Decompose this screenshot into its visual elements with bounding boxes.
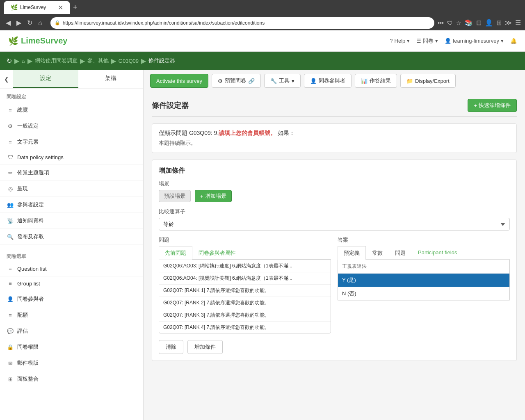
answer-tab-predefined[interactable]: 預定義 (338, 246, 366, 260)
display-export-button[interactable]: 📁 Display/Export (400, 74, 456, 88)
question-list-item[interactable]: G02Q07: [RANK 2] 7.請依序選擇您喜歡的功能。 (159, 297, 331, 309)
sidebar-section-title-menu: 問卷選單 (0, 248, 143, 262)
question-tabs-bar: 先前問題 問卷參與者屬性 (159, 246, 331, 260)
breadcrumb-item-3[interactable]: G03Q09 (119, 58, 139, 64)
page-title: 條件設定器 (152, 100, 189, 110)
sidebar-item-permissions[interactable]: 🔒 問卷權限 (0, 339, 143, 355)
profile-icon[interactable]: 👤 (485, 19, 493, 27)
breadcrumb-sep-1: ▶ (27, 57, 32, 65)
help-button[interactable]: ? Help ▾ (390, 38, 410, 44)
bookmarks-icon[interactable]: 📚 (465, 19, 473, 27)
toolbar-icons: 📚 ⊡ 👤 ⊞ ≫ ☰ (465, 19, 521, 27)
breadcrumb-sep-0: ▶ (14, 57, 19, 65)
lock-icon: 🔒 (7, 344, 14, 350)
help-chevron-icon: ▾ (407, 38, 410, 44)
person-icon: 👤 (7, 296, 14, 302)
menu-icon[interactable]: ☰ (515, 19, 521, 27)
breadcrumb-home-icon[interactable]: ⌂ (22, 58, 25, 64)
help-icon: ? (390, 38, 393, 44)
browser-controls: ◀ ▶ ↻ ⌂ (4, 18, 44, 27)
more-tools-icon[interactable]: ≫ (505, 19, 512, 27)
comment-icon: 💬 (7, 328, 14, 334)
sync-icon[interactable]: ⊡ (476, 19, 482, 27)
mail-icon: ✉ (7, 360, 14, 366)
scenario-group: 場景 預設場景 + 增加場景 (159, 180, 510, 202)
notification-button[interactable]: 🔔 (510, 38, 517, 44)
sidebar-collapse-button[interactable]: ❮ (0, 72, 13, 87)
close-tab-button[interactable]: ✕ (58, 4, 63, 11)
sidebar-item-quota[interactable]: ≡ 配額 (0, 307, 143, 323)
sidebar-item-presentation[interactable]: ◎ 呈現 (0, 181, 143, 197)
more-options-icon[interactable]: ••• (438, 20, 444, 26)
new-tab-button[interactable]: + (73, 3, 78, 12)
refresh-icon[interactable]: ↻ (7, 57, 12, 65)
question-list-item[interactable]: G02Q07: [RANK 4] 7.請依序選擇您喜歡的功能。 (159, 322, 331, 333)
eye-icon: ◎ (7, 186, 14, 192)
address-bar-row: ◀ ▶ ↻ ⌂ 🔒 https://limesurvey.imacat.idv.… (0, 15, 525, 30)
answer-tab-participant-fields[interactable]: Participant fields (412, 246, 463, 260)
sidebar-item-overview[interactable]: ≡ 總覽 (0, 102, 143, 118)
sidebar-item-text-elements[interactable]: ≡ 文字元素 (0, 134, 143, 150)
sidebar-item-email-templates[interactable]: ✉ 郵件模版 (0, 355, 143, 371)
question-list-item[interactable]: G02Q07: [RANK 3] 7.請依序選擇您喜歡的功能。 (159, 309, 331, 322)
sidebar-item-notifications[interactable]: 📡 通知與資料 (0, 213, 143, 229)
sidebar-item-panel-integration[interactable]: ⊞ 面板整合 (0, 371, 143, 387)
preview-survey-button[interactable]: ⚙ 預覽問卷 🔗 (212, 74, 261, 88)
answer-tab-constant[interactable]: 常數 (366, 246, 389, 260)
sidebar-item-data-policy[interactable]: 🛡 Data policy settings (0, 150, 143, 165)
breadcrumb-item-1[interactable]: 網站使用問卷調查 (35, 57, 78, 64)
sidebar-tab-structure[interactable]: 架構 (78, 70, 144, 88)
action-toolbar: Activate this survey ⚙ 預覽問卷 🔗 🔧 工具 ▾ 👤 問… (144, 70, 525, 92)
sidebar-tabs: 設定 架構 (13, 70, 143, 88)
question-tab-previous[interactable]: 先前問題 (159, 246, 192, 260)
add-condition-box: 增加條件 場景 預設場景 + 增加場景 比較運算子 (152, 160, 517, 361)
clear-button[interactable]: 清除 (159, 340, 183, 354)
add-condition-button[interactable]: 增加條件 (187, 340, 223, 354)
question-list-item[interactable]: G02Q06:AO04: [視覺設計美觀] 6.網站滿意度（1表最不滿... (159, 272, 331, 285)
answer-list-item-yes[interactable]: Y (是) (338, 274, 509, 287)
bookmark-icon[interactable]: ☆ (456, 20, 461, 26)
sidebar-item-participants-settings[interactable]: 👥 參與者設定 (0, 197, 143, 213)
question-list-item[interactable]: G02Q06:AO03: [網站執行速度] 6.網站滿意度（1表最不滿... (159, 260, 331, 272)
operator-select[interactable]: 等於 (159, 218, 510, 231)
forward-button[interactable]: ▶ (15, 18, 23, 27)
gear-icon: ⚙ (7, 123, 14, 129)
plus2-icon: + (200, 193, 203, 199)
extensions-icon[interactable]: ⊞ (496, 19, 502, 27)
answer-list-item-no[interactable]: N (否) (338, 287, 509, 301)
sidebar-tab-settings[interactable]: 設定 (13, 70, 78, 88)
browser-tab[interactable]: 🌿 LimeSurvey ✕ (4, 1, 70, 14)
sidebar-item-assessment[interactable]: 💬 評估 (0, 323, 143, 339)
question-tab-participants[interactable]: 問卷參與者屬性 (192, 246, 242, 260)
tools-button[interactable]: 🔧 工具 ▾ (264, 74, 301, 88)
operator-group: 比較運算子 等於 (159, 208, 510, 231)
question-list-item[interactable]: G02Q07: [RANK 1] 7.請依序選擇您喜歡的功能。 (159, 285, 331, 297)
user-button[interactable]: 👤 learning-limesurvey ▾ (445, 38, 504, 44)
sidebar-item-general-settings[interactable]: ⚙ 一般設定 (0, 118, 143, 134)
sidebar-item-question-list[interactable]: ≡ Question list (0, 262, 143, 276)
user-icon: 👤 (445, 38, 451, 44)
question-list-box[interactable]: G02Q06:AO03: [網站執行速度] 6.網站滿意度（1表最不滿... G… (159, 260, 331, 333)
answer-list-box[interactable]: Y (是) N (否) (338, 274, 509, 301)
shield-icon: 🛡 (447, 20, 453, 26)
external-link-icon: 🔗 (248, 78, 255, 84)
responses-button[interactable]: 📊 作答結果 (355, 74, 397, 88)
back-button[interactable]: ◀ (4, 18, 12, 27)
home-button[interactable]: ⌂ (37, 18, 44, 27)
sidebar-item-publish[interactable]: 🔍 發布及存取 (0, 229, 143, 245)
address-bar[interactable]: 🔒 https://limesurvey.imacat.idv.tw/index… (50, 17, 435, 29)
bell-icon: 🔔 (510, 38, 517, 44)
quick-add-condition-button[interactable]: + 快速添增條件 (468, 99, 517, 112)
sidebar-item-group-list[interactable]: ≡ Group list (0, 276, 143, 291)
sidebar-item-theme[interactable]: ✏ 佈景主題選項 (0, 165, 143, 181)
main-layout: ❮ 設定 架構 問卷設定 ≡ 總覽 ⚙ 一般設定 ≡ 文字元素 🛡 Data p… (0, 70, 525, 420)
survey-button[interactable]: ☰ 問卷 ▾ (416, 37, 438, 45)
question-column: 問題 先前問題 問卷參與者屬性 G02Q06:AO03: [網站執行速度] 6.… (159, 236, 331, 333)
sidebar-item-survey-participants[interactable]: 👤 問卷參與者 (0, 291, 143, 307)
add-scenario-button[interactable]: + 增加場景 (195, 190, 232, 202)
reload-button[interactable]: ↻ (25, 18, 34, 27)
breadcrumb-item-2[interactable]: 參、其他 (87, 57, 109, 64)
survey-participants-toolbar-button[interactable]: 👤 問卷參與者 (304, 74, 352, 88)
answer-tab-question[interactable]: 問題 (389, 246, 412, 260)
activate-survey-button[interactable]: Activate this survey (150, 74, 208, 88)
